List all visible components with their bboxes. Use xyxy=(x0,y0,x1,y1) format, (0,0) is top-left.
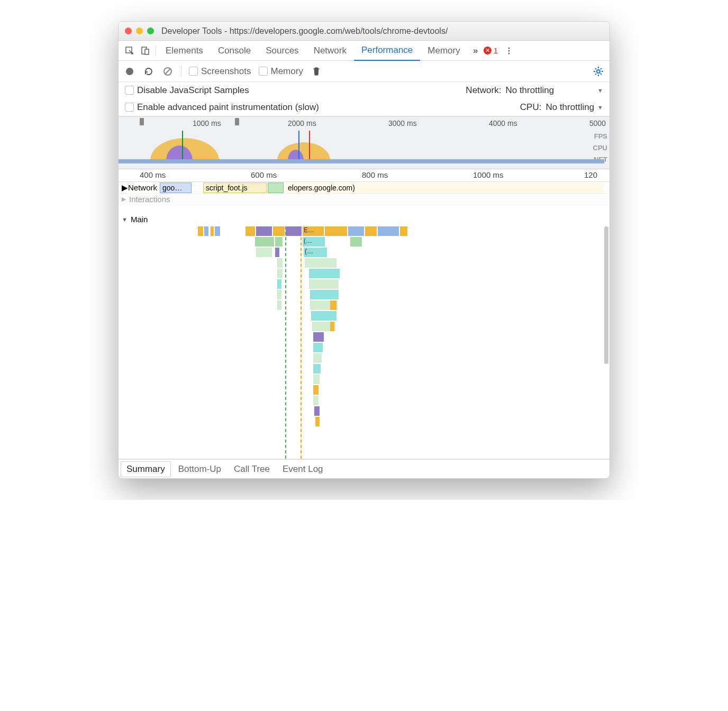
devtools-window: Developer Tools - https://developers.goo… xyxy=(118,21,610,479)
traffic-lights xyxy=(125,28,154,34)
ruler-tick: 400 ms xyxy=(140,170,166,179)
enable-paint-label: Enable advanced paint instrumentation (s… xyxy=(137,102,319,112)
options-row-1: Disable JavaScript Samples Network: No t… xyxy=(119,82,609,99)
titlebar: Developer Tools - https://developers.goo… xyxy=(119,22,609,41)
window-title: Developer Tools - https://developers.goo… xyxy=(161,26,448,36)
ruler-tick: 1000 ms xyxy=(473,170,504,179)
tab-elements[interactable]: Elements xyxy=(158,41,211,60)
flame-body[interactable]: E… (… (… xyxy=(119,226,602,459)
tabs-overflow-icon[interactable]: » xyxy=(468,45,484,56)
disable-js-checkbox[interactable]: Disable JavaScript Samples xyxy=(125,85,249,96)
disable-js-label: Disable JavaScript Samples xyxy=(137,85,249,95)
separator xyxy=(181,66,181,77)
main-tabbar: Elements Console Sources Network Perform… xyxy=(119,41,609,61)
garbage-icon[interactable] xyxy=(311,66,322,77)
error-badge[interactable]: ✕ 1 xyxy=(484,46,498,55)
perf-toolbar: Screenshots Memory xyxy=(119,61,609,82)
main-track-header[interactable]: ▼Main xyxy=(119,215,148,224)
svg-point-3 xyxy=(508,47,510,49)
svg-point-5 xyxy=(508,52,510,54)
network-item[interactable]: elopers.google.com) xyxy=(286,183,603,193)
svg-point-4 xyxy=(508,50,510,51)
network-item[interactable]: script_foot.js xyxy=(203,183,267,193)
chevron-down-icon: ▼ xyxy=(597,87,603,94)
network-throttle-dropdown[interactable]: No throttling▼ xyxy=(505,85,603,96)
main-track-label: Main xyxy=(131,215,148,224)
interactions-label: Interactions xyxy=(129,195,170,204)
network-throttle: Network: No throttling▼ xyxy=(466,85,603,96)
load-marker xyxy=(301,226,302,459)
overview-tick: 1000 ms xyxy=(193,119,221,127)
flame-event[interactable]: (… xyxy=(303,237,325,247)
enable-paint-checkbox[interactable]: Enable advanced paint instrumentation (s… xyxy=(125,102,319,113)
overview-ticks: 1000 ms 2000 ms 3000 ms 4000 ms 5000 xyxy=(119,119,609,127)
error-count: 1 xyxy=(494,46,498,55)
expand-icon[interactable]: ▶ xyxy=(122,183,128,193)
overview-tick: 5000 xyxy=(589,119,606,127)
record-icon[interactable] xyxy=(124,66,135,77)
tab-performance[interactable]: Performance xyxy=(354,41,420,61)
cpu-throttle-dropdown[interactable]: No throttling▼ xyxy=(545,102,603,113)
close-icon[interactable] xyxy=(125,28,132,34)
chevron-down-icon: ▼ xyxy=(597,104,603,111)
network-value: No throttling xyxy=(505,85,554,96)
svg-point-6 xyxy=(126,68,133,75)
network-label: Network: xyxy=(466,85,501,96)
tab-sources[interactable]: Sources xyxy=(258,41,306,60)
cpu-label: CPU: xyxy=(520,102,542,113)
separator xyxy=(156,45,156,56)
tab-memory[interactable]: Memory xyxy=(420,41,467,60)
svg-point-9 xyxy=(597,70,600,73)
tab-event-log[interactable]: Event Log xyxy=(277,462,329,477)
memory-checkbox[interactable]: Memory xyxy=(259,66,303,77)
details-tabbar: Summary Bottom-Up Call Tree Event Log xyxy=(119,459,609,478)
tab-bottom-up[interactable]: Bottom-Up xyxy=(173,462,226,477)
tab-network[interactable]: Network xyxy=(306,41,354,60)
cpu-throttle: CPU: No throttling▼ xyxy=(520,102,603,113)
tab-call-tree[interactable]: Call Tree xyxy=(229,462,275,477)
overview-tick: 3000 ms xyxy=(388,119,417,127)
svg-line-8 xyxy=(165,69,170,74)
overview-tick: 2000 ms xyxy=(288,119,316,127)
svg-rect-2 xyxy=(145,49,149,54)
options-row-2: Enable advanced paint instrumentation (s… xyxy=(119,99,609,116)
overview-timeline[interactable]: 1000 ms 2000 ms 3000 ms 4000 ms 5000 FPS… xyxy=(119,116,609,169)
settings-icon[interactable] xyxy=(593,66,604,77)
screenshots-label: Screenshots xyxy=(201,66,251,76)
tab-summary[interactable]: Summary xyxy=(121,461,171,477)
clear-icon[interactable] xyxy=(162,66,174,77)
ruler-tick: 600 ms xyxy=(251,170,277,179)
expand-icon[interactable]: ▶ xyxy=(122,196,126,203)
interactions-track[interactable]: ▶Interactions xyxy=(119,194,609,205)
screenshots-checkbox[interactable]: Screenshots xyxy=(189,66,251,77)
collapse-icon[interactable]: ▼ xyxy=(122,216,128,223)
network-label: Network xyxy=(128,183,157,192)
overview-tick: 4000 ms xyxy=(489,119,517,127)
cpu-value: No throttling xyxy=(545,102,594,113)
flame-event[interactable]: E… xyxy=(303,226,324,236)
minimize-icon[interactable] xyxy=(136,28,143,34)
maximize-icon[interactable] xyxy=(147,28,154,34)
network-item[interactable]: goo… xyxy=(160,183,192,193)
kebab-menu-icon[interactable] xyxy=(501,47,517,55)
flame-chart[interactable]: ▼Main E… (… xyxy=(119,205,609,459)
network-track[interactable]: ▶Network goo… script_foot.js elopers.goo… xyxy=(119,182,609,194)
overview-graph xyxy=(119,131,609,163)
tab-console[interactable]: Console xyxy=(211,41,258,60)
inspect-icon[interactable] xyxy=(122,46,138,56)
device-toggle-icon[interactable] xyxy=(138,46,153,56)
flame-event[interactable]: (… xyxy=(304,248,327,257)
network-item[interactable] xyxy=(268,183,284,193)
error-icon: ✕ xyxy=(484,47,492,54)
detail-ruler[interactable]: 400 ms 600 ms 800 ms 1000 ms 120 xyxy=(119,169,609,182)
scrollbar-thumb[interactable] xyxy=(604,226,608,364)
memory-label: Memory xyxy=(271,66,303,76)
ruler-tick: 800 ms xyxy=(362,170,388,179)
reload-icon[interactable] xyxy=(143,66,154,77)
dcl-marker xyxy=(285,226,286,459)
ruler-tick: 120 xyxy=(584,170,597,179)
